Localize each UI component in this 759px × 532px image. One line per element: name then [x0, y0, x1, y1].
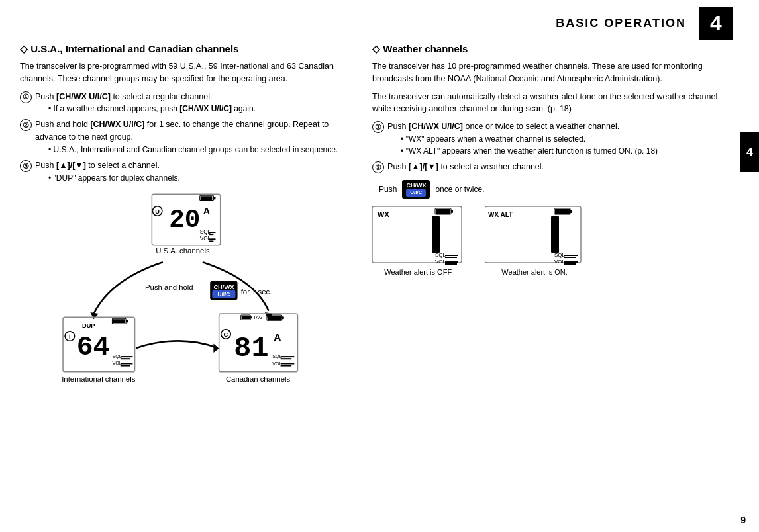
- svg-text:SQL: SQL: [554, 252, 566, 258]
- svg-rect-72: [570, 210, 572, 213]
- right-item-2: ② Push [▲]/[▼] to select a weather chann…: [372, 161, 733, 173]
- right-section-title: Weather channels: [372, 43, 733, 55]
- svg-rect-26: [113, 319, 125, 323]
- page-number-box: 4: [699, 7, 733, 40]
- svg-text:C: C: [224, 332, 228, 338]
- svg-rect-44: [282, 316, 284, 319]
- right-item-2-content: Push [▲]/[▼] to select a weather channel…: [387, 161, 733, 173]
- left-column: U.S.A., International and Canadian chann…: [20, 43, 352, 512]
- left-item-1-bullet: If a weather channel appears, push [CH/W…: [35, 103, 352, 114]
- num-circle-2: ②: [20, 119, 32, 131]
- svg-text:81: 81: [234, 332, 268, 365]
- right-item-1-bullet-1: "WX" appears when a weather channel is s…: [387, 133, 733, 145]
- right-num-circle-2: ②: [372, 161, 384, 173]
- svg-text:Push and hold: Push and hold: [145, 283, 193, 290]
- right-body2: The transceiver can automatically detect…: [372, 91, 733, 116]
- svg-text:VOL: VOL: [435, 259, 446, 265]
- svg-rect-1: [213, 197, 215, 199]
- left-item-2: ② Push and hold [CH/WX U/I/C] for 1 sec.…: [20, 118, 352, 155]
- page-header: BASIC OPERATION 4: [556, 7, 733, 40]
- svg-text:WX ALT: WX ALT: [488, 211, 513, 218]
- svg-rect-25: [126, 320, 128, 322]
- svg-text:SQL: SQL: [272, 353, 281, 359]
- svg-text:VOL: VOL: [272, 360, 281, 366]
- right-body1: The transceiver has 10 pre-programmed we…: [372, 60, 733, 85]
- num-circle-1: ①: [20, 91, 32, 103]
- left-item-2-bullet: U.S.A., International and Canadian chann…: [35, 144, 352, 155]
- svg-text:A: A: [274, 332, 281, 343]
- svg-rect-60: [451, 210, 453, 213]
- svg-rect-61: [436, 209, 450, 214]
- weather-off-svg: WX SQL VOL: [372, 206, 465, 266]
- chwx-button[interactable]: CH/WXU/I/C: [402, 180, 430, 199]
- svg-text:SQL: SQL: [435, 252, 446, 258]
- weather-on-display: WX ALT SQL VOL Weather alert is ON.: [485, 206, 584, 276]
- once-or-twice-label: once or twice.: [435, 185, 484, 194]
- page-title: BASIC OPERATION: [556, 17, 686, 30]
- left-item-3: ③ Push [▲]/[▼] to select a channel. "DUP…: [20, 159, 352, 184]
- svg-rect-41: [242, 316, 250, 319]
- weather-on-svg: WX ALT SQL VOL: [485, 206, 584, 266]
- right-column: Weather channels The transceiver has 10 …: [372, 43, 733, 512]
- svg-text:VOL: VOL: [554, 259, 566, 265]
- svg-text:U.S.A. channels: U.S.A. channels: [156, 247, 210, 255]
- svg-rect-75: [551, 216, 559, 253]
- right-item-1-content: Push [CH/WX U/I/C] once or twice to sele…: [387, 120, 733, 157]
- side-tab: 4: [740, 132, 759, 172]
- svg-text:for 1 sec.: for 1 sec.: [241, 288, 272, 296]
- svg-marker-57: [213, 343, 219, 352]
- svg-text:20: 20: [169, 204, 200, 234]
- svg-text:SQL: SQL: [112, 353, 121, 359]
- svg-text:I: I: [69, 333, 71, 340]
- right-item-1: ① Push [CH/WX U/I/C] once or twice to se…: [372, 120, 733, 157]
- svg-rect-73: [555, 209, 570, 214]
- display-area-left: U 20 A SQL VOL U.S.A. channels: [20, 191, 352, 396]
- display-svg-left: U 20 A SQL VOL U.S.A. channels: [20, 191, 352, 396]
- left-body-text: The transceiver is pre-programmed with 5…: [20, 60, 352, 85]
- left-item-3-bullet: "DUP" appears for duplex channels.: [35, 172, 352, 184]
- weather-display-row: WX SQL VOL Weather alert is OFF.: [372, 206, 733, 276]
- svg-text:U: U: [155, 208, 160, 215]
- svg-text:WX: WX: [378, 210, 389, 218]
- main-content: U.S.A., International and Canadian chann…: [20, 43, 733, 512]
- svg-text:VOL: VOL: [112, 360, 121, 366]
- svg-marker-15: [90, 312, 98, 318]
- left-item-1: ① Push [CH/WX U/I/C] to select a regular…: [20, 91, 352, 115]
- svg-text:International channels: International channels: [62, 375, 135, 383]
- svg-text:DUP: DUP: [82, 322, 95, 328]
- svg-rect-2: [201, 196, 213, 200]
- svg-text:CH/WX: CH/WX: [213, 283, 234, 290]
- svg-text:Canadian channels: Canadian channels: [226, 375, 291, 383]
- left-item-1-content: Push [CH/WX U/I/C] to select a regular c…: [35, 91, 352, 115]
- num-circle-3: ③: [20, 160, 32, 172]
- svg-text:A: A: [203, 206, 211, 216]
- svg-rect-63: [432, 216, 440, 253]
- weather-off-display: WX SQL VOL Weather alert is OFF.: [372, 206, 465, 276]
- left-section-title: U.S.A., International and Canadian chann…: [20, 43, 352, 55]
- left-item-3-content: Push [▲]/[▼] to select a channel. "DUP" …: [35, 159, 352, 184]
- svg-rect-40: [250, 316, 252, 318]
- push-chwx-row: Push CH/WXU/I/C once or twice.: [379, 180, 733, 199]
- push-label: Push: [379, 185, 397, 194]
- svg-text:64: 64: [77, 332, 110, 363]
- right-item-1-bullet-2: "WX ALT" appears when the weather alert …: [387, 145, 733, 157]
- weather-on-label: Weather alert is ON.: [485, 268, 584, 276]
- svg-rect-45: [268, 316, 281, 320]
- bottom-page-number: 9: [740, 515, 746, 525]
- right-num-circle-1: ①: [372, 121, 384, 133]
- svg-text:TAG: TAG: [253, 314, 263, 320]
- left-item-2-content: Push and hold [CH/WX U/I/C] for 1 sec. t…: [35, 118, 352, 155]
- weather-off-label: Weather alert is OFF.: [372, 268, 465, 276]
- svg-text:U/I/C: U/I/C: [217, 292, 230, 298]
